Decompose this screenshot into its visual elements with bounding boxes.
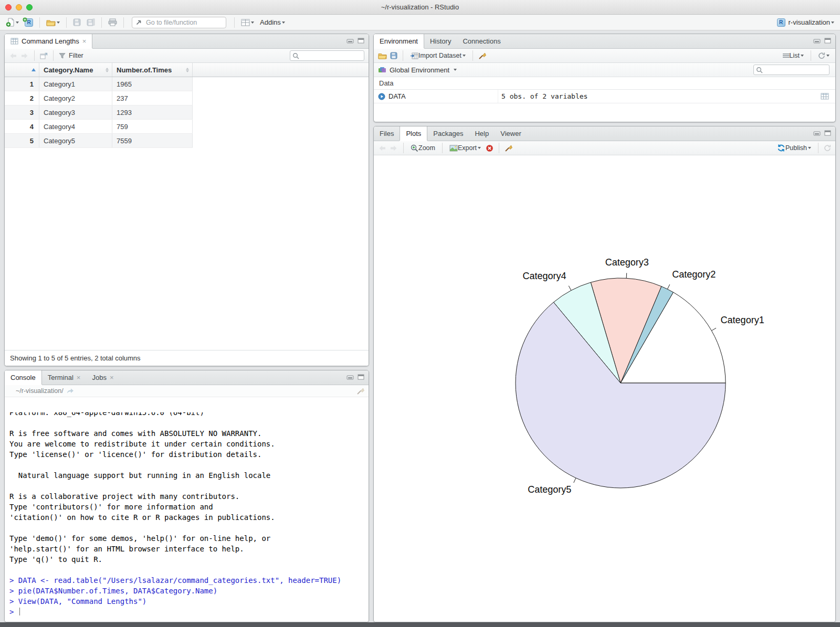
sort-asc-icon (32, 68, 36, 71)
publish-button[interactable]: Publish (775, 143, 813, 153)
console-prompt[interactable]: > (9, 607, 369, 617)
table-row[interactable]: 1Category11965 (5, 77, 193, 91)
tab-packages[interactable]: Packages (427, 126, 469, 141)
toolbar-separator (811, 50, 811, 61)
filter-icon[interactable] (59, 52, 66, 59)
goto-file-box[interactable] (132, 17, 226, 28)
maximize-pane-icon[interactable] (358, 38, 364, 44)
pie-slice-label: Category2 (672, 269, 716, 280)
new-file-button[interactable] (4, 17, 20, 28)
clear-environment-icon[interactable] (478, 52, 486, 60)
maximize-pane-icon[interactable] (358, 374, 364, 380)
tab-label: Help (475, 130, 489, 137)
pane-layout-button[interactable] (239, 18, 256, 27)
environment-search-input[interactable] (764, 66, 827, 74)
tab-terminal[interactable]: Terminal× (42, 370, 87, 385)
tab-files[interactable]: Files (374, 126, 400, 141)
table-row[interactable]: 2Category2237 (5, 91, 193, 105)
table-header: Category.Name Number.of.Times (5, 63, 369, 77)
refresh-environment-button[interactable] (816, 51, 831, 60)
close-icon[interactable]: × (82, 38, 87, 45)
environment-object-row[interactable]: DATA 5 obs. of 2 variables (374, 90, 835, 103)
tab-jobs[interactable]: Jobs× (86, 370, 119, 385)
close-icon[interactable]: × (77, 374, 81, 381)
tab-connections[interactable]: Connections (457, 34, 506, 48)
environment-pane: Environment History Connections Import D… (373, 34, 836, 122)
list-icon (783, 53, 790, 58)
save-button[interactable] (71, 17, 82, 27)
expand-object-icon[interactable] (378, 93, 385, 100)
open-in-window-icon[interactable] (40, 52, 48, 59)
export-plot-button[interactable]: Export (448, 143, 482, 153)
zoom-plot-button[interactable]: Zoom (409, 143, 437, 153)
addins-button[interactable]: Addins (258, 17, 287, 27)
console-output-line: Type 'q()' to quit R. (9, 554, 369, 565)
toolbar-separator (234, 17, 235, 28)
row-number-header[interactable] (5, 63, 39, 77)
tab-label: Viewer (500, 130, 521, 137)
forward-icon[interactable] (20, 52, 29, 59)
r-project-icon: R (777, 18, 785, 27)
table-search-box[interactable] (290, 50, 364, 61)
filter-label[interactable]: Filter (69, 52, 83, 59)
plots-pane: Files Plots Packages Help Viewer Zoom (373, 126, 836, 622)
table-cell: 3 (5, 105, 39, 119)
save-all-button[interactable] (85, 17, 97, 27)
tab-viewer[interactable]: Viewer (495, 126, 527, 141)
close-icon[interactable]: × (110, 374, 114, 381)
tab-console[interactable]: Console (5, 370, 42, 385)
plots-toolbar: Zoom Export Publish (374, 141, 835, 155)
load-workspace-icon[interactable] (378, 52, 387, 59)
sort-icons (186, 68, 189, 72)
goto-directory-icon[interactable] (66, 388, 74, 394)
back-icon[interactable] (9, 52, 17, 59)
environment-tabbar: Environment History Connections (374, 34, 835, 49)
next-plot-icon[interactable] (390, 145, 398, 152)
table-cell: 1 (5, 77, 39, 91)
tab-label: Connections (463, 37, 500, 45)
clear-plots-icon[interactable] (505, 144, 512, 152)
open-file-button[interactable] (45, 18, 61, 27)
console-output[interactable]: Platform: x86_64-apple-darwin15.6.0 (64-… (5, 412, 369, 622)
table-row[interactable]: 4Category4759 (5, 120, 193, 134)
environment-scope-label[interactable]: Global Environment (390, 66, 449, 74)
minimize-pane-icon[interactable] (813, 130, 821, 136)
maximize-pane-icon[interactable] (824, 130, 831, 136)
table-cell: Category4 (39, 120, 112, 133)
column-header-number-of-times[interactable]: Number.of.Times (112, 63, 193, 77)
minimize-pane-icon[interactable] (346, 38, 354, 44)
window-title: ~/r-visualization - RStudio (0, 0, 840, 15)
new-project-button[interactable]: R (23, 17, 35, 28)
maximize-pane-icon[interactable] (824, 38, 831, 44)
table-row[interactable]: 3Category31293 (5, 105, 193, 120)
previous-plot-icon[interactable] (378, 145, 386, 152)
save-workspace-icon[interactable] (390, 52, 397, 59)
table-row[interactable]: 5Category57559 (5, 134, 193, 148)
column-header-category-name[interactable]: Category.Name (39, 63, 112, 77)
chevron-down-icon (57, 22, 60, 24)
tab-command-lengths[interactable]: Command Lengths × (5, 34, 92, 48)
toolbar-separator (123, 17, 124, 28)
chevron-down-icon (454, 69, 457, 71)
tab-help[interactable]: Help (469, 126, 495, 141)
minimize-pane-icon[interactable] (346, 374, 354, 380)
refresh-plot-icon[interactable] (824, 144, 831, 152)
remove-plot-icon[interactable] (486, 144, 494, 152)
list-view-button[interactable]: List (781, 51, 805, 60)
goto-file-input[interactable] (145, 18, 232, 27)
chevron-down-icon (282, 22, 285, 24)
environment-search-box[interactable] (753, 65, 830, 75)
print-button[interactable] (107, 17, 119, 27)
tab-history[interactable]: History (424, 34, 457, 48)
console-input-line: > pie(DATA$Number.of.Times, DATA$Categor… (9, 586, 369, 596)
clear-console-icon[interactable] (356, 387, 364, 395)
project-selector[interactable]: R r-visualization (775, 17, 836, 28)
import-dataset-button[interactable]: Import Dataset (408, 51, 467, 60)
tab-environment[interactable]: Environment (374, 34, 424, 48)
minimize-pane-icon[interactable] (813, 38, 821, 44)
chevron-down-icon (831, 22, 834, 24)
view-data-icon[interactable] (821, 93, 829, 100)
tab-plots[interactable]: Plots (400, 126, 427, 141)
table-cell: 759 (112, 120, 193, 133)
table-search-input[interactable] (301, 51, 362, 60)
